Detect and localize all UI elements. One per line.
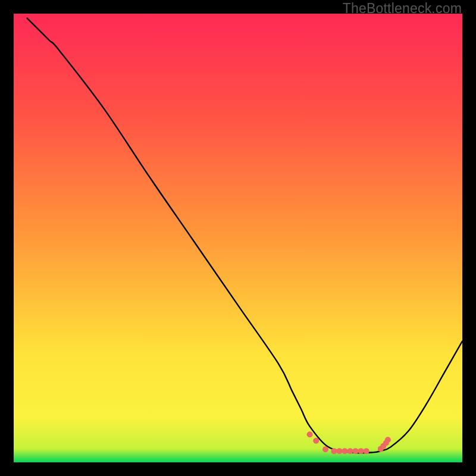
marker-dot [313,438,319,444]
marker-dot [336,448,342,454]
marker-dot [342,448,347,454]
marker-dot [307,431,313,437]
marker-dot [364,448,369,454]
marker-dot [322,446,328,452]
bottleneck-chart [14,14,462,462]
marker-dot [353,448,359,454]
marker-dot [331,448,337,454]
chart-background [14,14,462,462]
marker-dot [385,437,391,443]
marker-dot [358,448,364,454]
chart-frame [14,14,462,462]
marker-dot [347,448,353,454]
